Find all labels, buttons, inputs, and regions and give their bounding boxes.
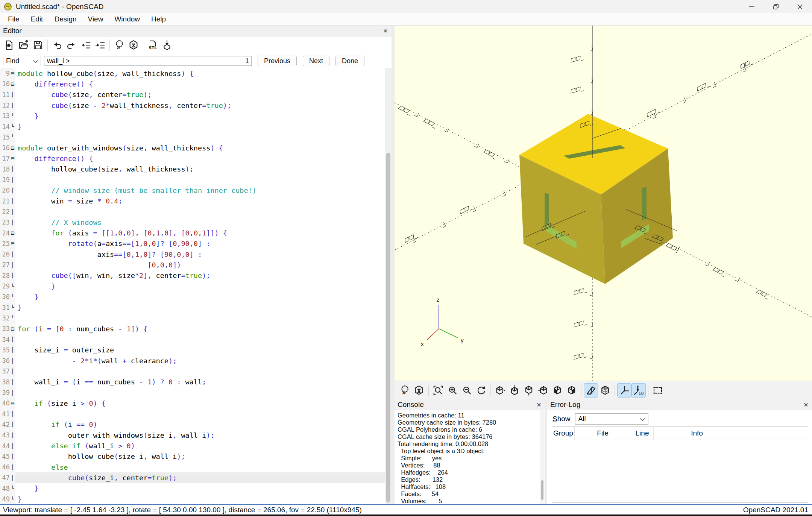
show-axes-icon[interactable] bbox=[617, 383, 631, 398]
find-next-button[interactable]: Next bbox=[303, 56, 329, 66]
error-log-close-icon[interactable]: × bbox=[804, 400, 808, 410]
code-line-23[interactable]: 23│ // X windows bbox=[0, 217, 392, 228]
code-line-45[interactable]: 45│ hollow_cube(size_i, wall_i); bbox=[0, 451, 392, 462]
zoom-all-icon[interactable] bbox=[431, 383, 445, 398]
error-log-column-info[interactable]: Info bbox=[654, 427, 740, 440]
error-log-column-line[interactable]: Line bbox=[631, 427, 654, 440]
error-log-column-file[interactable]: File bbox=[575, 427, 631, 440]
menu-view[interactable]: View bbox=[82, 15, 109, 23]
menu-window[interactable]: Window bbox=[109, 15, 146, 23]
code-line-34[interactable]: 34│ bbox=[0, 334, 392, 345]
orthogonal-icon[interactable] bbox=[598, 383, 612, 398]
code-editor[interactable]: 9⊟module hollow_cube(size, wall_thicknes… bbox=[0, 68, 392, 505]
code-line-10[interactable]: 10⊟ difference() { bbox=[0, 79, 392, 89]
find-previous-button[interactable]: Previous bbox=[258, 56, 297, 66]
unindent-icon[interactable] bbox=[79, 38, 93, 52]
find-done-button[interactable]: Done bbox=[335, 56, 364, 66]
code-line-27[interactable]: 27│ [0,0,0]) bbox=[0, 260, 392, 270]
console-line: CGAL Polyhedrons in cache: 6 bbox=[398, 426, 545, 433]
code-line-9[interactable]: 9⊟module hollow_cube(size, wall_thicknes… bbox=[0, 68, 392, 79]
editor-scrollbar[interactable] bbox=[385, 68, 392, 505]
console-scrollbar[interactable] bbox=[540, 410, 545, 504]
window-bottom-edge bbox=[0, 514, 812, 516]
code-line-22[interactable]: 22│ bbox=[0, 206, 392, 217]
restore-icon[interactable] bbox=[764, 0, 788, 13]
code-line-26[interactable]: 26│ axis==[0,1,0]? [90,0,0] : bbox=[0, 249, 392, 260]
zoom-out-icon[interactable] bbox=[460, 383, 474, 398]
code-line-41[interactable]: 41│ bbox=[0, 409, 392, 419]
code-line-21[interactable]: 21│ win = size * 0.4; bbox=[0, 196, 392, 206]
code-line-13[interactable]: 13└ } bbox=[0, 111, 392, 121]
zoom-in-icon[interactable] bbox=[445, 383, 460, 398]
undo-icon[interactable] bbox=[50, 38, 64, 52]
perspective-icon[interactable] bbox=[584, 383, 598, 398]
code-line-18[interactable]: 18│ hollow_cube(size, wall_thickness); bbox=[0, 164, 392, 175]
code-line-30[interactable]: 30└ } bbox=[0, 291, 392, 302]
code-line-25[interactable]: 25⊟ rotate(a=axis==[1,0,0]? [0,90,0] : bbox=[0, 238, 392, 249]
view-top-icon[interactable] bbox=[507, 383, 522, 398]
code-line-14[interactable]: 14└} bbox=[0, 121, 392, 132]
code-line-33[interactable]: 33⊟for (i = [0 : num_cubes - 1]) { bbox=[0, 323, 392, 334]
code-line-24[interactable]: 24⊟ for (axis = [[1,0,0], [0,1,0], [0,0,… bbox=[0, 228, 392, 238]
3d-viewport[interactable]: z x y bbox=[395, 26, 812, 381]
code-line-39[interactable]: 39│ bbox=[0, 387, 392, 398]
find-input[interactable] bbox=[44, 56, 252, 66]
code-line-19[interactable]: 19│ bbox=[0, 175, 392, 185]
reset-view-icon[interactable] bbox=[474, 383, 488, 398]
menu-file[interactable]: File bbox=[2, 15, 25, 23]
minimize-icon[interactable] bbox=[740, 0, 764, 13]
indent-icon[interactable] bbox=[93, 38, 107, 52]
view-right-icon[interactable] bbox=[493, 383, 507, 398]
print-3d-icon[interactable] bbox=[160, 38, 174, 52]
code-line-49[interactable]: 49└} bbox=[0, 494, 392, 504]
find-mode-select[interactable]: Find bbox=[3, 56, 41, 66]
editor-close-icon[interactable]: × bbox=[383, 26, 388, 36]
code-line-42[interactable]: 42│ if (i == 0) bbox=[0, 419, 392, 430]
code-line-15[interactable]: 15╵ bbox=[0, 132, 392, 143]
code-line-47[interactable]: 47│ cube(size_i, center=true); bbox=[0, 472, 392, 483]
open-icon[interactable] bbox=[17, 38, 31, 52]
render-icon[interactable] bbox=[126, 38, 141, 52]
error-log-column-group[interactable]: Group bbox=[552, 427, 575, 440]
code-line-31[interactable]: 31└} bbox=[0, 302, 392, 313]
export-stl-icon[interactable]: STL bbox=[146, 38, 160, 52]
menu-design[interactable]: Design bbox=[49, 15, 82, 23]
render-icon[interactable] bbox=[412, 383, 426, 398]
code-line-43[interactable]: 43│ outer_with_windows(size_i, wall_i); bbox=[0, 430, 392, 440]
code-line-48[interactable]: 48└ } bbox=[0, 483, 392, 494]
code-line-16[interactable]: 16⊟module outer_with_windows(size, wall_… bbox=[0, 143, 392, 153]
code-line-12[interactable]: 12│ cube(size - 2*wall_thickness, center… bbox=[0, 100, 392, 111]
code-line-44[interactable]: 44│ else if (wall_i > 0) bbox=[0, 440, 392, 451]
code-line-11[interactable]: 11│ cube(size, center=true); bbox=[0, 90, 392, 100]
code-line-28[interactable]: 28│ cube([win, win, size*2], center=true… bbox=[0, 270, 392, 281]
code-line-37[interactable]: 37│ bbox=[0, 366, 392, 376]
code-line-36[interactable]: 36│ - 2*i*(wall + clearance); bbox=[0, 355, 392, 366]
console-scrollbar-thumb[interactable] bbox=[541, 480, 543, 500]
show-scale-icon[interactable]: 10 bbox=[631, 383, 646, 398]
menu-help[interactable]: Help bbox=[146, 15, 172, 23]
editor-scrollbar-thumb[interactable] bbox=[386, 153, 390, 502]
code-line-29[interactable]: 29└ } bbox=[0, 281, 392, 291]
menu-edit[interactable]: Edit bbox=[25, 15, 49, 23]
redo-icon[interactable] bbox=[64, 38, 79, 52]
code-line-38[interactable]: 38│ wall_i = (i == num_cubes - 1) ? 0 : … bbox=[0, 377, 392, 387]
preview-icon[interactable]: » bbox=[398, 383, 412, 398]
code-line-17[interactable]: 17⊟ difference() { bbox=[0, 153, 392, 164]
view-front-icon[interactable] bbox=[550, 383, 565, 398]
console-header: Console × bbox=[395, 399, 545, 410]
save-icon[interactable] bbox=[31, 38, 45, 52]
code-line-40[interactable]: 40⊟ if (size_i > 0) { bbox=[0, 398, 392, 408]
preview-icon[interactable]: » bbox=[112, 38, 126, 52]
console-close-icon[interactable]: × bbox=[537, 400, 541, 410]
view-bottom-icon[interactable] bbox=[522, 383, 536, 398]
code-line-32[interactable]: 32╵ bbox=[0, 313, 392, 323]
close-icon[interactable] bbox=[788, 0, 812, 13]
show-filter-select[interactable]: All bbox=[575, 413, 648, 425]
code-line-46[interactable]: 46│ else bbox=[0, 462, 392, 472]
view-left-icon[interactable] bbox=[536, 383, 550, 398]
code-line-35[interactable]: 35│ size_i = outer_size bbox=[0, 345, 392, 355]
view-back-icon[interactable] bbox=[565, 383, 579, 398]
new-file-icon[interactable] bbox=[2, 38, 17, 52]
view-all-icon[interactable] bbox=[651, 383, 665, 398]
code-line-20[interactable]: 20│ // window size (must be smaller than… bbox=[0, 185, 392, 196]
